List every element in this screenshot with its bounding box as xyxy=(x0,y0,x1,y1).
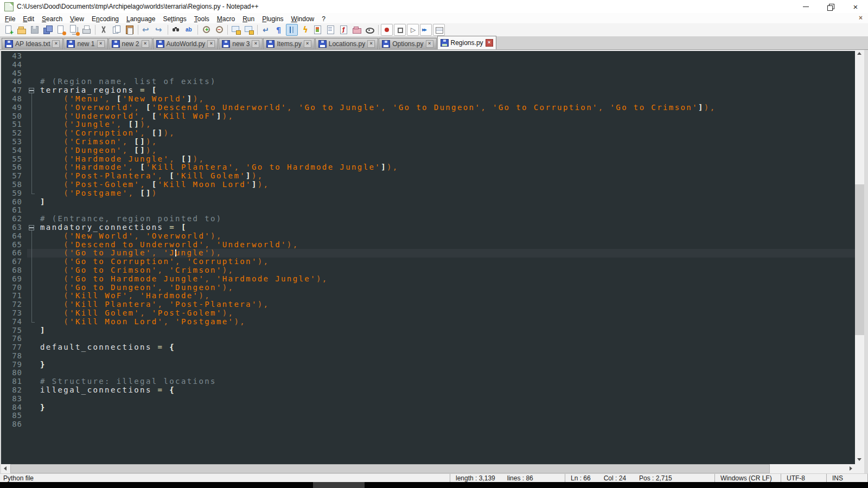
print-icon[interactable] xyxy=(81,24,93,36)
scroll-right-icon[interactable] xyxy=(846,464,855,473)
undo-icon[interactable] xyxy=(141,24,152,36)
save-all-icon[interactable] xyxy=(42,24,54,36)
menu-edit[interactable]: Edit xyxy=(19,14,38,24)
code-line[interactable]: 48 ('Menu', ['New World']), xyxy=(1,95,855,104)
menu-file[interactable]: File xyxy=(1,14,19,24)
code-line[interactable]: 55 ('Hardmode Jungle', []), xyxy=(1,155,855,164)
code-line[interactable]: 52 ('Corruption', []), xyxy=(1,129,855,138)
tab-close-icon[interactable]: × xyxy=(97,40,105,48)
minimize-button[interactable] xyxy=(793,0,818,13)
code-line[interactable]: 50 ('Underworld', ['Kill WoF']), xyxy=(1,112,855,121)
code-line[interactable]: 47terraria_regions = [ xyxy=(1,86,855,95)
code-line[interactable]: 49 ('Overworld', ['Descend to Underworld… xyxy=(1,104,855,112)
sync-horizontal-scroll-icon[interactable] xyxy=(243,24,255,36)
status-eol-format[interactable]: Windows (CR LF) xyxy=(715,474,781,482)
menu-search[interactable]: Search xyxy=(38,14,66,24)
horizontal-scrollbar-thumb[interactable] xyxy=(10,464,770,473)
code-line[interactable]: 59 ('Postgame', []) xyxy=(1,189,855,198)
function-list-icon[interactable] xyxy=(338,24,350,36)
tab-ap-ideas-txt[interactable]: AP Ideas.txt× xyxy=(2,38,63,49)
horizontal-scrollbar[interactable] xyxy=(1,464,855,473)
code-line[interactable]: 82illegal_connections = { xyxy=(1,386,855,395)
copy-icon[interactable] xyxy=(111,24,123,36)
code-line[interactable]: 79} xyxy=(1,361,855,369)
close-button[interactable]: × xyxy=(843,0,868,13)
close-document-icon[interactable]: × xyxy=(859,14,863,22)
code-line[interactable]: 64 ('New World', 'Overworld'), xyxy=(1,232,855,241)
macro-record-icon[interactable] xyxy=(381,24,393,36)
status-insert-mode[interactable]: INS xyxy=(827,474,868,482)
status-encoding[interactable]: UTF-8 xyxy=(781,474,827,482)
menu-encoding[interactable]: Encoding xyxy=(88,14,123,24)
cut-icon[interactable] xyxy=(98,24,110,36)
code-line[interactable]: 66 ('Go to Jungle', 'Jungle'), xyxy=(1,249,855,258)
code-line[interactable]: 80 xyxy=(1,369,855,377)
paste-icon[interactable] xyxy=(124,24,136,36)
menu-language[interactable]: Language xyxy=(123,14,159,24)
new-file-icon[interactable] xyxy=(3,24,15,36)
tab-new-1[interactable]: new 1× xyxy=(63,38,107,49)
code-line[interactable]: 61 xyxy=(1,206,855,215)
vertical-scrollbar-thumb[interactable] xyxy=(855,184,864,335)
save-icon[interactable] xyxy=(29,24,41,36)
code-line[interactable]: 81# Structure: illegal locations xyxy=(1,377,855,386)
tab-close-icon[interactable]: × xyxy=(207,40,215,48)
code-line[interactable]: 57 ('Post-Plantera', ['Kill Golem']), xyxy=(1,172,855,181)
replace-icon[interactable] xyxy=(183,24,195,36)
document-list-icon[interactable] xyxy=(325,24,337,36)
tab-close-icon[interactable]: × xyxy=(142,40,149,48)
tab-items-py[interactable]: Items.py× xyxy=(263,38,314,49)
editor[interactable]: 43444546# (Region name, list of exits)47… xyxy=(0,50,868,464)
code-line[interactable]: 53 ('Crimson', []), xyxy=(1,138,855,146)
tab-close-icon[interactable]: × xyxy=(367,40,375,48)
menu-run[interactable]: Run xyxy=(239,14,258,24)
menu-macro[interactable]: Macro xyxy=(213,14,239,24)
monitoring-icon[interactable] xyxy=(364,24,376,36)
code-line[interactable]: 83 xyxy=(1,395,855,403)
code-line[interactable]: 63mandatory_connections = [ xyxy=(1,223,855,232)
tab-locations-py[interactable]: Locations.py× xyxy=(315,38,378,49)
code-line[interactable]: 62# (Entrance, region pointed to) xyxy=(1,215,855,223)
menu-[interactable]: ? xyxy=(318,14,329,24)
menu-settings[interactable]: Settings xyxy=(159,14,190,24)
code-line[interactable]: 58 ('Post-Golem', ['Kill Moon Lord']), xyxy=(1,181,855,189)
code-line[interactable]: 56 ('Hardmode', ['Kill Plantera', 'Go to… xyxy=(1,163,855,172)
code-line[interactable]: 72 ('Kill Plantera', 'Post-Plantera'), xyxy=(1,300,855,309)
close-all-icon[interactable] xyxy=(68,24,80,36)
macro-run-multiple-icon[interactable] xyxy=(420,24,432,36)
scroll-left-icon[interactable] xyxy=(1,464,10,473)
shortcut-mapper-icon[interactable] xyxy=(299,24,311,36)
code-line[interactable]: 71 ('Kill WoF', 'Hardmode'), xyxy=(1,292,855,300)
word-wrap-icon[interactable] xyxy=(260,24,272,36)
menu-plugins[interactable]: Plugins xyxy=(258,14,287,24)
close-file-icon[interactable] xyxy=(55,24,67,36)
scroll-up-icon[interactable] xyxy=(855,50,864,59)
document-map-icon[interactable] xyxy=(312,24,324,36)
code-line[interactable]: 76 xyxy=(1,335,855,343)
code-line[interactable]: 78 xyxy=(1,352,855,361)
code-line[interactable]: 70 ('Go to Dungeon', 'Dungeon'), xyxy=(1,284,855,292)
macro-save-icon[interactable] xyxy=(433,24,445,36)
sync-vertical-scroll-icon[interactable] xyxy=(230,24,242,36)
fold-marker-icon[interactable] xyxy=(27,86,37,95)
code-line[interactable]: 65 ('Descend to Underworld', 'Underworld… xyxy=(1,241,855,249)
tab-close-icon[interactable]: × xyxy=(426,40,433,48)
vertical-scrollbar[interactable] xyxy=(855,50,864,464)
code-line[interactable]: 45 xyxy=(1,69,855,78)
show-all-characters-icon[interactable] xyxy=(273,24,285,36)
tab-options-py[interactable]: Options.py× xyxy=(379,38,436,49)
find-icon[interactable] xyxy=(170,24,182,36)
show-indent-guide-icon[interactable] xyxy=(286,24,298,36)
code-line[interactable]: 77default_connections = { xyxy=(1,343,855,352)
code-line[interactable]: 67 ('Go to Corruption', 'Corruption'), xyxy=(1,258,855,266)
code-line[interactable]: 73 ('Kill Golem', 'Post-Golem'), xyxy=(1,309,855,318)
menu-tools[interactable]: Tools xyxy=(190,14,213,24)
tab-regions-py[interactable]: Regions.py× xyxy=(437,36,496,49)
code-line[interactable]: 54 ('Dungeon', []), xyxy=(1,146,855,155)
redo-icon[interactable] xyxy=(154,24,165,36)
open-file-icon[interactable] xyxy=(16,24,28,36)
code-line[interactable]: 60] xyxy=(1,198,855,207)
code-line[interactable]: 85 xyxy=(1,412,855,420)
zoom-out-icon[interactable] xyxy=(213,24,225,36)
tab-close-icon[interactable]: × xyxy=(486,39,493,47)
